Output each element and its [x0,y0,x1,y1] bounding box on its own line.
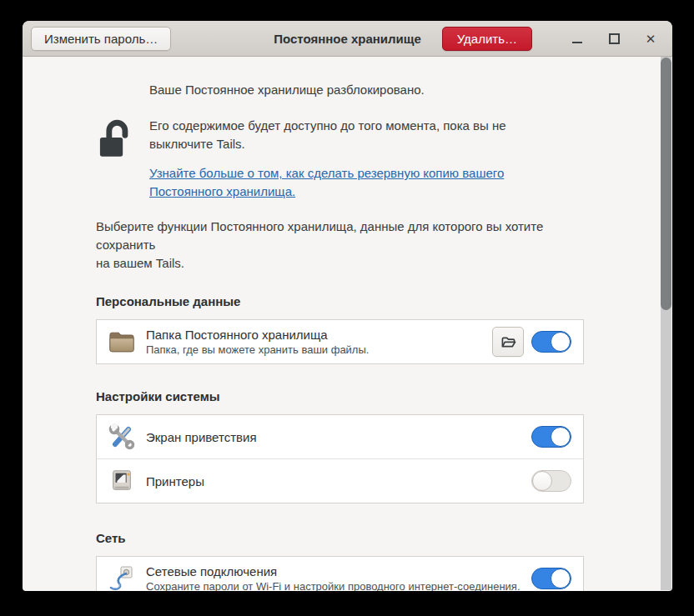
row-title: Принтеры [146,473,204,489]
open-folder-icon [500,335,516,349]
toggle-knob [551,568,571,588]
section-title-system-settings: Настройки системы [96,389,584,403]
row-subtitle: Сохраните пароли от Wi-Fi и настройки пр… [146,579,520,591]
minimize-button[interactable] [564,25,591,52]
toggle-knob [551,332,571,352]
persistent-folder-row: Папка Постоянного хранилища Папка, где в… [97,320,583,363]
available-message: Его содержимое будет доступно до того мо… [149,117,584,153]
window-controls: ✕ [554,25,664,52]
welcome-screen-toggle[interactable] [531,426,571,448]
scrollbar-track[interactable] [661,57,671,590]
network-connections-row: Сетевые подключения Сохраните пароли от … [97,557,583,591]
network-icon [108,565,135,591]
section-title-personal-data: Персональные данные [96,294,584,308]
unlocked-padlock-icon [99,118,149,161]
row-title: Папка Постоянного хранилища [146,327,369,343]
delete-button[interactable]: Удалить… [442,27,532,51]
open-folder-button[interactable] [492,327,524,357]
maximize-button[interactable] [601,25,627,52]
row-subtitle: Папка, где вы можете хранить ваши файлы. [146,343,369,357]
scrollbar-thumb[interactable] [661,58,671,310]
persistent-storage-window: Изменить пароль… Постоянное хранилище Уд… [23,21,672,591]
personal-data-list: Папка Постоянного хранилища Папка, где в… [96,319,584,364]
row-title: Сетевые подключения [146,563,520,579]
toggle-knob [532,471,552,491]
content-area: Ваше Постоянное хранилище разблокировано… [23,57,672,591]
features-description: Выберите функции Постоянного хранилища, … [96,218,584,273]
printers-row: Принтеры [97,458,583,503]
row-title: Экран приветствия [146,429,257,445]
change-password-button[interactable]: Изменить пароль… [31,27,171,51]
persistent-folder-toggle[interactable] [531,331,571,353]
window-title: Постоянное хранилище [274,32,421,46]
status-block: Ваше Постоянное хранилище разблокировано… [96,81,584,201]
minimize-icon [572,42,582,43]
network-list: Сетевые подключения Сохраните пароли от … [96,556,584,591]
tools-icon [108,423,135,450]
welcome-screen-row: Экран приветствия [97,415,583,458]
maximize-icon [609,33,620,44]
close-button[interactable]: ✕ [637,25,664,52]
unlocked-message: Ваше Постоянное хранилище разблокировано… [149,81,584,99]
folder-icon [108,328,135,355]
printer-icon [108,468,135,494]
system-settings-list: Экран приветствия [96,414,584,503]
section-title-network: Сеть [96,531,584,545]
printers-toggle[interactable] [531,470,571,492]
network-connections-toggle[interactable] [531,568,571,589]
close-icon: ✕ [646,33,656,45]
titlebar: Изменить пароль… Постоянное хранилище Уд… [23,21,672,57]
toggle-knob [551,427,571,447]
backup-link[interactable]: Узнайте больше о том, как сделать резерв… [149,164,504,201]
